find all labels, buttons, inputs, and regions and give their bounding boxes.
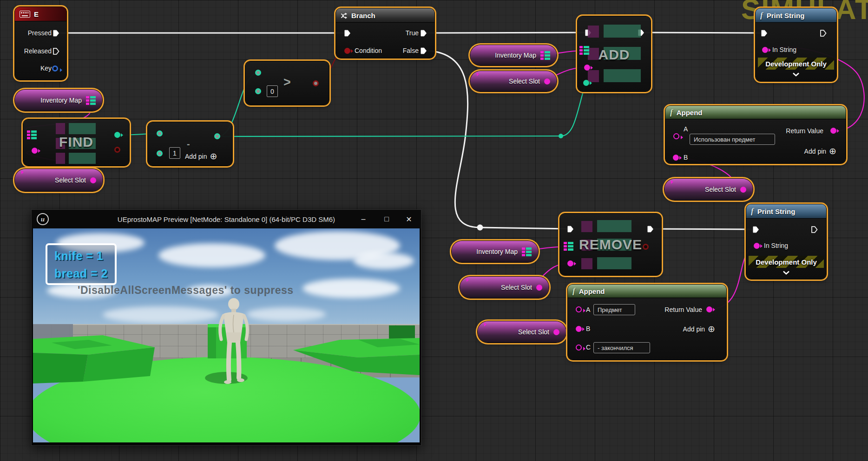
exec-pin-pressed[interactable] — [52, 29, 60, 37]
window-title-bar[interactable]: u UEprostoMAP Preview [NetMode: Standalo… — [32, 210, 421, 228]
pill-inventory-map-3[interactable]: Inventory Map — [452, 241, 538, 262]
append-header: f Append — [568, 285, 726, 298]
print-string-header: f Print String — [756, 8, 836, 23]
pill-select-slot-2[interactable]: Select Slot — [470, 71, 557, 91]
select-slot-label: Select Slot — [705, 186, 736, 193]
greater-result-pin[interactable] — [313, 80, 319, 86]
pill-select-slot-5[interactable]: Select Slot — [478, 321, 566, 343]
append1-a-label: A — [684, 125, 688, 133]
key-input-pin[interactable] — [567, 260, 573, 266]
exec-pin-released[interactable] — [52, 47, 60, 55]
subtract-b-value[interactable]: 1 — [169, 147, 180, 159]
branch-exec-in[interactable] — [343, 29, 351, 37]
subtract-add-pin[interactable]: Add pin⊕ — [185, 152, 217, 161]
maximize-button[interactable]: □ — [377, 210, 396, 228]
node-greater-than[interactable]: 0 > — [245, 61, 329, 105]
print2-exec-out[interactable] — [810, 226, 818, 234]
blueprint-canvas[interactable]: SIMULATING — [0, 0, 868, 461]
append1-b-pin[interactable] — [673, 155, 679, 161]
print-string-title: Print String — [757, 208, 796, 215]
append2-c-pin[interactable] — [576, 344, 582, 351]
preview-window[interactable]: u UEprostoMAP Preview [NetMode: Standalo… — [31, 209, 421, 446]
append1-add-pin[interactable]: Add pin⊕ — [804, 147, 836, 156]
greater-b-value[interactable]: 0 — [267, 85, 278, 97]
wire-exec-remove-print2 — [650, 229, 756, 229]
return-value-label: Return Value — [664, 306, 702, 313]
append1-a-pin[interactable] — [673, 133, 679, 139]
key-input-pin[interactable] — [584, 65, 590, 71]
select-slot-label: Select Slot — [501, 284, 532, 291]
pill-inventory-map-1[interactable]: Inventory Map — [15, 90, 102, 111]
append2-a-field[interactable]: Предмет — [593, 304, 635, 315]
key-event-header: E — [15, 7, 66, 21]
wire-exec-true-add — [423, 32, 588, 33]
pill-select-slot-3[interactable]: Select Slot — [664, 179, 753, 200]
map-pin-icon[interactable] — [522, 247, 532, 256]
game-viewport[interactable]: knife = 1 bread = 2 'DisableAllScreenMes… — [33, 228, 420, 442]
condition-pin[interactable] — [344, 48, 350, 54]
node-subtract[interactable]: 1 - Add pin⊕ — [148, 122, 232, 166]
node-append-1[interactable]: f Append A Использован предмет Return Va… — [665, 106, 846, 163]
key-struct-pin[interactable] — [52, 65, 58, 71]
chevron-down-icon[interactable] — [783, 271, 790, 275]
minimize-button[interactable]: – — [354, 210, 373, 228]
in-string-pin[interactable] — [754, 243, 760, 249]
node-map-add[interactable]: ADD — [578, 16, 651, 91]
subtract-result-pin[interactable] — [214, 133, 220, 139]
select-slot-pin[interactable] — [90, 177, 96, 183]
append-header: f Append — [665, 106, 846, 119]
append1-return-pin[interactable] — [830, 128, 836, 134]
append2-add-pin[interactable]: Add pin⊕ — [683, 325, 715, 333]
function-icon: f — [760, 11, 763, 20]
branch-true-pin[interactable] — [420, 29, 427, 37]
map-input-pin[interactable] — [579, 46, 589, 55]
debug-overlay-box: knife = 1 bread = 2 — [46, 243, 117, 285]
append2-b-pin[interactable] — [576, 326, 582, 332]
in-string-pin[interactable] — [762, 47, 768, 53]
node-map-remove[interactable]: REMOVE — [560, 214, 661, 275]
wire-exec-add-print1 — [641, 32, 764, 33]
greater-b-pin[interactable] — [255, 88, 261, 94]
map-pin-icon[interactable] — [540, 51, 550, 60]
append2-a-pin[interactable] — [576, 306, 582, 312]
removed-output-pin[interactable] — [643, 244, 649, 250]
value-input-pin[interactable] — [583, 80, 589, 86]
subtract-a-pin[interactable] — [157, 130, 163, 136]
select-slot-pin[interactable] — [553, 329, 559, 335]
in-string-label: In String — [772, 46, 796, 53]
subtract-b-pin[interactable] — [157, 150, 163, 156]
pill-select-slot-4[interactable]: Select Slot — [460, 277, 549, 298]
print1-exec-out[interactable] — [819, 29, 827, 37]
in-string-label: In String — [764, 242, 788, 249]
print1-exec-in[interactable] — [760, 29, 768, 37]
print2-exec-in[interactable] — [752, 226, 760, 234]
chevron-down-icon[interactable] — [792, 72, 800, 77]
pill-select-slot-1[interactable]: Select Slot — [15, 169, 103, 191]
greater-a-pin[interactable] — [255, 70, 261, 76]
reroute-dot-teal — [559, 134, 563, 138]
select-slot-pin[interactable] — [544, 78, 550, 84]
left-wedge-side — [33, 353, 88, 383]
node-key-event-e[interactable]: E Pressed Released Key — [15, 7, 66, 80]
node-branch[interactable]: Branch Condition True False — [336, 8, 434, 58]
node-print-string-2[interactable]: f Print String In String Development Onl… — [746, 204, 826, 279]
branch-false-pin[interactable] — [420, 47, 427, 55]
false-label: False — [403, 47, 419, 54]
node-print-string-1[interactable]: f Print String In String Development Onl… — [756, 8, 836, 81]
branch-title: Branch — [351, 12, 375, 19]
greater-operator: > — [283, 75, 291, 90]
find-title: FIND — [23, 134, 129, 150]
append1-a-field[interactable]: Использован предмет — [690, 134, 775, 145]
select-slot-pin[interactable] — [536, 285, 542, 291]
node-append-2[interactable]: f Append A Предмет Return Value B Add pi… — [568, 285, 726, 360]
pill-inventory-map-2[interactable]: Inventory Map — [470, 45, 557, 65]
pin-label-pressed: Pressed — [28, 29, 52, 37]
map-input-pin[interactable] — [564, 242, 573, 251]
select-slot-pin[interactable] — [740, 187, 746, 193]
append2-return-pin[interactable] — [706, 306, 712, 312]
map-pin-icon[interactable] — [86, 96, 96, 105]
function-icon: f — [751, 207, 754, 216]
close-button[interactable]: ✕ — [400, 210, 418, 228]
node-map-find[interactable]: FIND — [23, 119, 129, 166]
append2-c-field[interactable]: - закончился — [593, 342, 650, 353]
